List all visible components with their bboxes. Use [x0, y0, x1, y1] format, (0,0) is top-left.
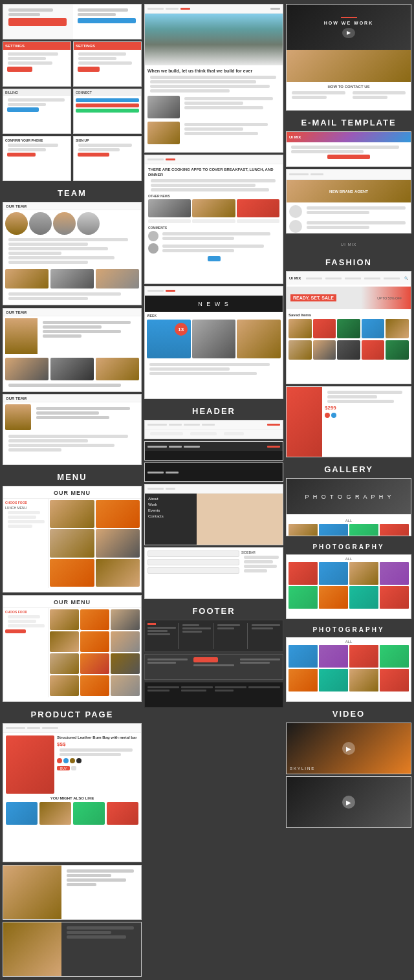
team-thumb-2: OUR TEAM: [3, 308, 142, 392]
sale-badge: READY, SET, SALE: [290, 294, 336, 301]
contacts-link: Contacts: [148, 514, 193, 518]
billing-label: BILLING: [5, 91, 18, 94]
photography-thumb-1: ALL: [286, 554, 411, 619]
blog-mountain-thumb: When we build, let us think that we buil…: [144, 4, 283, 153]
choos-food-label: CHOOS FOOD: [5, 501, 46, 505]
photo-grid-1: [289, 562, 409, 609]
left-column: SETTINGS SETTINGS: [3, 4, 142, 979]
email-thumb-2: NEW BRAND AGENT: [286, 169, 411, 234]
email-template-label: E-MAIL TEMPLATE: [286, 113, 411, 131]
fashion-search-icon: 🔍: [404, 276, 408, 280]
team-thumb-3: OUR TEAM: [3, 394, 142, 465]
video-section-label: VIDEO: [286, 704, 411, 723]
article-title-1: When we build, let us think that we buil…: [147, 68, 280, 74]
bag-grid-2: [289, 340, 409, 360]
our-menu-1-label: OUR MENU: [3, 490, 141, 496]
fashion-thumb: UI MIX 🔍 READY, SET, SALE U: [286, 271, 411, 384]
comments-label: COMMENTS: [148, 226, 279, 230]
gallery-hero-thumb: P H O T O G R A P H Y ALL: [286, 478, 411, 536]
photography-thumb-2: ALL: [286, 637, 411, 702]
photography-section-label-1: PHOTOGRAPHY: [286, 538, 411, 554]
signup-thumb: SIGN UP: [73, 136, 142, 181]
header-item-2: [144, 441, 283, 461]
sidebar-bar-label: SIDEBAR: [241, 550, 280, 554]
gallery-grid-1: [289, 524, 409, 536]
saved-items-label: Saved Items: [289, 313, 409, 317]
video-title-1: SKYLINE: [290, 767, 315, 770]
email-thumb-1: UI MIX: [286, 131, 411, 167]
team-thumb-1: OUR TEAM: [3, 202, 142, 305]
play-button-1[interactable]: ▶: [342, 742, 355, 755]
phone-signup-pair: CONFIRM YOUR PHONE SIGN UP: [3, 136, 142, 181]
video-thumb-1: ▶ SKYLINE: [286, 723, 411, 774]
how-to-contact-label: HOW TO CONTACT US: [289, 85, 408, 89]
our-team-label-3: OUR TEAM: [6, 397, 27, 400]
billing-connect-pair: BILLING CONNECT: [3, 89, 142, 134]
video-thumb-2: ▶: [286, 776, 411, 828]
lunch-menu-label: LUNCH MENU: [5, 506, 46, 510]
gallery-hero: P H O T O G R A P H Y: [287, 479, 411, 514]
fashion-section-label: FASHION: [286, 252, 411, 271]
signup-label: SIGN UP: [76, 138, 139, 142]
photo-grid-2: [289, 645, 409, 691]
settings-label-2: SETTINGS: [76, 44, 95, 48]
product-page-thumb: Structured Leather Bum Bag with metal ba…: [3, 723, 142, 862]
footer-thumb-1: [144, 620, 283, 652]
article-cooking-title: THERE ARE COOKING APPS TO COVER BREAKFAS…: [148, 168, 279, 178]
fashion-detail-thumb: $299: [286, 386, 411, 457]
our-menu-2-label: OUR MENU: [3, 599, 141, 605]
our-team-label-1: OUR TEAM: [6, 204, 27, 208]
photography-section-label-2: PHOTOGRAPHY: [286, 621, 411, 637]
ui-mix-fashion-label: UI MIX: [289, 276, 301, 280]
menu-thumb-2: OUR MENU CHOOS FOOD: [3, 595, 142, 702]
right-column: HOW WE WORK ▶ HOW TO CONTACT US: [286, 4, 411, 979]
you-might-also-like: YOU MIGHT ALSO LIKE: [6, 796, 138, 800]
other-news-label: OTHER NEWS: [148, 194, 279, 198]
footer-thumb-2: [144, 654, 283, 680]
product-food-thumb-2: [3, 922, 142, 977]
footer-section-label: FOOTER: [144, 601, 283, 620]
settings-pair-1: SETTINGS SETTINGS: [3, 41, 142, 87]
week-label: WEEK: [145, 312, 283, 320]
product-buy-btn[interactable]: BUY: [57, 766, 70, 770]
all-label-3: ALL: [289, 640, 409, 644]
header-item-3: [144, 463, 283, 482]
save-off-label: UP TO 50% OFF: [336, 296, 402, 300]
article-cooking-thumb: THERE ARE COOKING APPS TO COVER BREAKFAS…: [144, 155, 283, 284]
photography-text-1: P H O T O G R A P H Y: [305, 494, 392, 500]
bag-grid-1: [289, 319, 409, 338]
connect-label: CONNECT: [76, 91, 92, 94]
settings-thumb-1: SETTINGS: [3, 41, 71, 87]
product-bag-label: Structured Leather Bum Bag with metal ba…: [57, 735, 138, 739]
footer-thumb-3: [144, 682, 283, 708]
middle-column: When we build, let us think that we buil…: [144, 4, 283, 979]
confirm-phone-label: CONFIRM YOUR PHONE: [5, 138, 69, 142]
phone-thumb: CONFIRM YOUR PHONE: [3, 136, 71, 181]
our-team-label-2: OUR TEAM: [6, 310, 27, 314]
how-we-work-thumb: HOW WE WORK ▶ HOW TO CONTACT US: [286, 4, 411, 111]
form-thumb: SIDEBAR: [144, 547, 283, 599]
ui-mix-email-label: UI MIX: [289, 135, 301, 139]
app-screenshot-top: [3, 4, 142, 39]
play-button-2[interactable]: ▶: [342, 796, 355, 809]
product-food-thumb-1: [3, 865, 142, 920]
ui-mix-small-label: UI MIX: [341, 243, 356, 246]
new-brand-label: NEW BRAND AGENT: [329, 190, 368, 193]
news-thumb: N E W S WEEK 13: [144, 286, 283, 399]
product-page-label: PRODUCT PAGE: [3, 704, 142, 723]
all-label-2: ALL: [289, 557, 409, 561]
settings-label-1: SETTINGS: [5, 44, 25, 48]
about-link: About: [148, 497, 193, 501]
top-section: SETTINGS SETTINGS: [0, 3, 414, 980]
header-section-label: HEADER: [144, 401, 283, 420]
news-title: N E W S: [198, 301, 230, 307]
main-container: SETTINGS SETTINGS: [0, 3, 414, 980]
events-link: Events: [148, 508, 193, 512]
how-we-work-title: HOW WE WORK: [324, 21, 373, 25]
header-item-1: [144, 420, 283, 439]
work-link: Work: [148, 503, 193, 506]
choos-food-2-label: CHOOS FOOD: [5, 610, 46, 614]
fashion-banner: READY, SET, SALE UP TO 50% OFF: [287, 287, 411, 309]
connect-thumb: CONNECT: [73, 89, 142, 134]
menu-section-label: MENU: [3, 467, 142, 486]
